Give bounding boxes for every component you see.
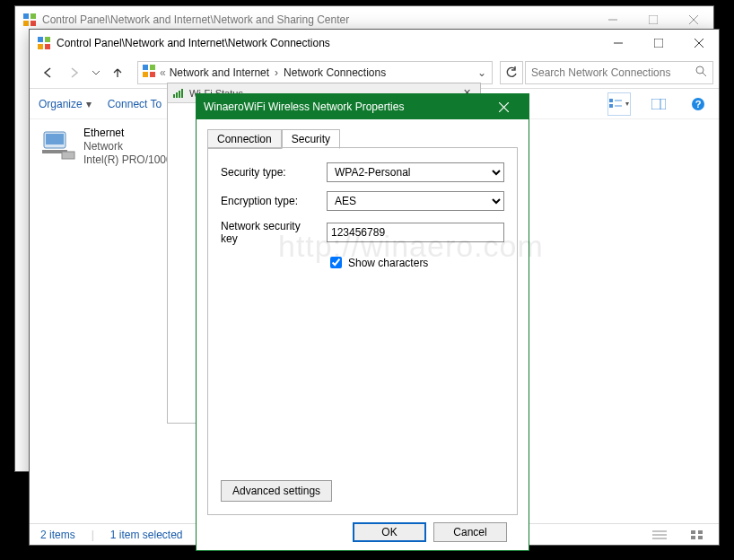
- encryption-type-select[interactable]: AES: [327, 191, 504, 211]
- chevron-down-icon[interactable]: ⌄: [476, 66, 488, 79]
- breadcrumb-seg[interactable]: Network Connections: [284, 66, 386, 79]
- svg-rect-40: [698, 536, 703, 539]
- encryption-type-label: Encryption type:: [221, 195, 319, 207]
- tab-connection[interactable]: Connection: [207, 129, 282, 149]
- svg-rect-37: [691, 530, 695, 534]
- svg-rect-23: [609, 104, 613, 108]
- svg-rect-39: [691, 536, 695, 539]
- forward-button[interactable]: [62, 60, 87, 85]
- connect-to-button[interactable]: Connect To: [108, 98, 162, 110]
- icons-view-button[interactable]: [686, 526, 708, 544]
- network-key-label: Network security key: [221, 220, 319, 245]
- svg-rect-2: [23, 21, 29, 26]
- svg-rect-16: [143, 65, 148, 70]
- status-selected: 1 item selected: [110, 529, 183, 541]
- svg-rect-42: [176, 92, 178, 98]
- search-placeholder: Search Network Connections: [531, 66, 690, 79]
- svg-rect-22: [609, 99, 613, 102]
- ok-button[interactable]: OK: [353, 522, 426, 542]
- window-title: Control Panel\Network and Internet\Netwo…: [57, 37, 330, 49]
- security-type-select[interactable]: WPA2-Personal: [327, 162, 504, 182]
- up-button[interactable]: [105, 60, 130, 85]
- svg-rect-11: [45, 44, 50, 49]
- help-button[interactable]: ?: [686, 92, 710, 116]
- view-options-button[interactable]: ▾: [607, 92, 631, 116]
- cancel-button[interactable]: Cancel: [433, 522, 507, 542]
- wifi-signal-icon: [173, 87, 186, 100]
- svg-rect-38: [698, 530, 703, 534]
- details-view-button[interactable]: [649, 526, 670, 544]
- recent-dropdown[interactable]: [89, 60, 103, 85]
- network-key-input[interactable]: [327, 223, 504, 242]
- back-button[interactable]: [35, 60, 60, 85]
- close-button[interactable]: [678, 30, 719, 57]
- close-button[interactable]: [485, 94, 521, 119]
- address-bar[interactable]: « Network and Internet › Network Connect…: [137, 61, 493, 84]
- svg-rect-0: [23, 13, 29, 19]
- svg-rect-33: [62, 152, 74, 159]
- breadcrumb-seg[interactable]: Network and Internet: [170, 66, 269, 79]
- tab-strip: Connection Security: [207, 128, 518, 148]
- svg-rect-8: [38, 37, 43, 42]
- show-characters-checkbox[interactable]: [330, 257, 342, 268]
- svg-rect-31: [46, 134, 64, 144]
- search-input[interactable]: Search Network Connections: [525, 61, 713, 84]
- ethernet-adapter-icon: [40, 127, 76, 162]
- svg-rect-43: [179, 91, 180, 98]
- svg-rect-13: [654, 39, 663, 48]
- control-panel-icon: [142, 64, 156, 81]
- svg-line-21: [703, 73, 706, 76]
- svg-rect-41: [173, 94, 175, 98]
- svg-rect-26: [651, 99, 666, 109]
- refresh-button[interactable]: [500, 61, 523, 84]
- show-characters-label: Show characters: [348, 257, 428, 269]
- svg-rect-17: [150, 65, 155, 70]
- svg-rect-5: [649, 15, 658, 24]
- maximize-button[interactable]: [638, 30, 678, 57]
- svg-rect-9: [45, 37, 50, 42]
- control-panel-icon: [22, 13, 37, 27]
- svg-rect-44: [181, 89, 183, 98]
- svg-text:?: ?: [695, 99, 702, 109]
- security-type-label: Security type:: [221, 166, 319, 179]
- svg-rect-19: [150, 72, 155, 77]
- security-tab-panel: Security type: WPA2-Personal Encryption …: [207, 147, 518, 515]
- search-icon: [695, 66, 707, 80]
- svg-rect-3: [31, 21, 36, 26]
- status-item-count: 2 items: [40, 529, 75, 541]
- svg-rect-18: [143, 72, 148, 77]
- preview-pane-button[interactable]: [647, 92, 670, 116]
- organize-menu[interactable]: Organize: [39, 98, 83, 110]
- svg-point-20: [696, 66, 703, 74]
- window-title: Control Panel\Network and Internet\Netwo…: [42, 13, 349, 26]
- wireless-properties-dialog: WinaeroWiFi Wireless Network Properties …: [196, 93, 529, 551]
- tab-security[interactable]: Security: [282, 129, 340, 149]
- dialog-title: WinaeroWiFi Wireless Network Properties: [204, 101, 404, 113]
- advanced-settings-button[interactable]: Advanced settings: [221, 480, 332, 502]
- svg-rect-1: [31, 13, 36, 19]
- minimize-button[interactable]: [598, 30, 638, 57]
- svg-rect-10: [38, 44, 43, 49]
- chevron-right-icon: ›: [273, 66, 280, 79]
- control-panel-icon: [37, 36, 51, 50]
